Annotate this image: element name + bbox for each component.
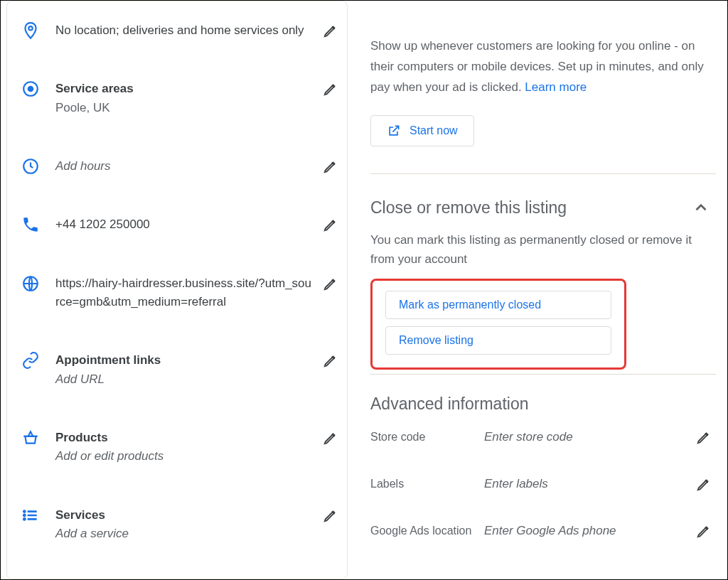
edit-service-areas-button[interactable] [323,81,338,97]
advanced-info-header: Advanced information [370,375,716,414]
hours-row: Add hours [7,137,347,195]
edit-location-button[interactable] [323,23,338,38]
advanced-info-title: Advanced information [370,394,528,414]
edit-labels-button[interactable] [696,476,712,492]
chevron-up-icon [692,198,710,217]
right-panel: Show up whenever customers are looking f… [353,1,727,579]
edit-store-code-button[interactable] [696,429,712,445]
edit-google-ads-button[interactable] [696,523,712,539]
products-row: Products Add or edit products [7,409,347,486]
close-listing-header[interactable]: Close or remove this listing [370,174,716,218]
svg-point-0 [28,26,32,30]
appointment-sub: Add URL [55,370,314,389]
labels-value: Enter labels [484,477,696,491]
appointment-heading: Appointment links [55,351,314,370]
phone-text: +44 1202 250000 [55,215,314,234]
store-code-value: Enter store code [484,430,696,444]
google-ads-value: Enter Google Ads phone [484,524,696,538]
edit-products-button[interactable] [323,430,338,446]
close-listing-actions-highlight: Mark as permanently closed Remove listin… [370,279,626,370]
clock-icon [21,157,40,176]
website-row: https://hairy-hairdresser.business.site/… [7,254,347,332]
store-code-label: Store code [370,431,484,444]
location-text: No location; deliveries and home service… [55,21,314,40]
google-ads-row: Google Ads location Enter Google Ads pho… [370,508,716,539]
store-code-row: Store code Enter store code [370,414,716,461]
info-panel: No location; deliveries and home service… [6,1,348,579]
website-text: https://hairy-hairdresser.business.site/… [55,274,314,312]
remove-listing-label: Remove listing [399,334,473,346]
svg-point-2 [28,87,33,92]
service-area-icon [21,80,40,98]
edit-hours-button[interactable] [323,159,338,174]
services-row: Services Add a service [7,486,347,564]
edit-website-button[interactable] [323,276,338,291]
edit-appointment-button[interactable] [323,353,338,368]
service-areas-sub: Poole, UK [55,99,314,117]
learn-more-link[interactable]: Learn more [525,80,587,94]
phone-row: +44 1202 250000 [7,195,347,254]
location-row: No location; deliveries and home service… [7,1,347,60]
labels-label: Labels [370,478,484,490]
edit-phone-button[interactable] [323,217,338,232]
services-heading: Services [55,506,314,525]
open-external-icon [387,124,401,138]
products-sub: Add or edit products [55,447,314,466]
start-now-label: Start now [410,124,458,137]
close-listing-desc: You can mark this listing as permanently… [370,230,716,269]
services-sub: Add a service [55,525,314,543]
service-areas-row: Service areas Poole, UK [7,60,347,137]
link-icon [21,351,40,370]
globe-icon [21,274,40,293]
labels-row: Labels Enter labels [370,461,716,508]
list-icon [21,506,40,525]
phone-icon [21,215,40,234]
start-now-button[interactable]: Start now [370,115,474,146]
mark-closed-label: Mark as permanently closed [399,299,541,311]
svg-point-5 [23,510,25,512]
mark-permanently-closed-button[interactable]: Mark as permanently closed [385,291,611,319]
svg-point-7 [23,518,25,520]
service-areas-heading: Service areas [55,80,314,98]
appointment-row: Appointment links Add URL [7,331,347,409]
close-listing-title: Close or remove this listing [370,198,567,218]
location-pin-icon [21,21,40,40]
svg-point-6 [23,515,25,516]
promo-block: Show up whenever customers are looking f… [370,36,716,98]
products-heading: Products [55,429,314,447]
edit-services-button[interactable] [323,508,338,523]
hours-text: Add hours [55,157,314,176]
google-ads-label: Google Ads location [370,525,484,537]
basket-icon [21,429,40,447]
remove-listing-button[interactable]: Remove listing [385,326,611,355]
